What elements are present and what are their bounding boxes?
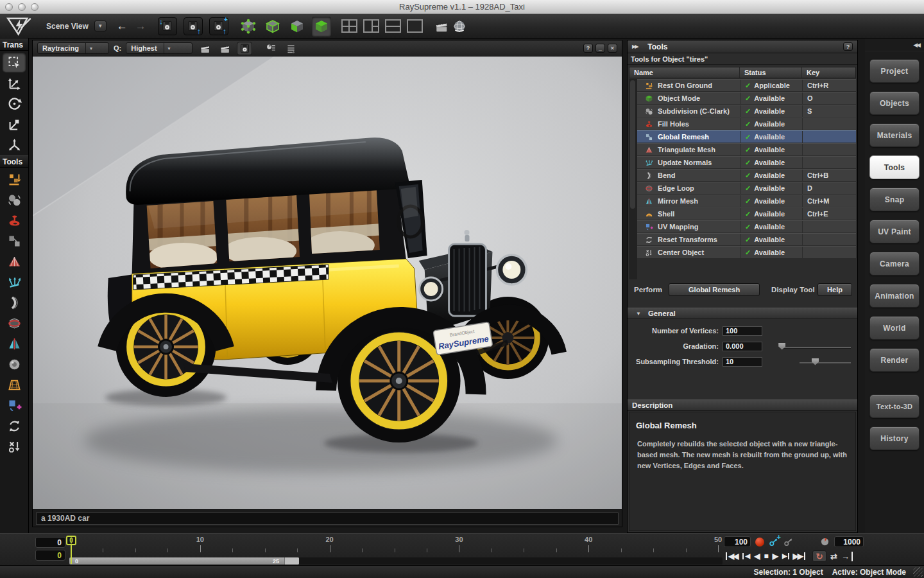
tool-row-bend[interactable]: Bend✓AvailableCtrl+B	[637, 169, 856, 181]
save-render-button[interactable]	[237, 42, 252, 55]
scene-view-dropdown[interactable]: ▼	[94, 21, 107, 31]
viewport-minimize-button[interactable]: _	[595, 44, 605, 53]
rotate-tool[interactable]	[3, 94, 26, 113]
rest-on-ground-tool[interactable]	[3, 170, 26, 189]
timeline-ruler[interactable]: 1020304050	[69, 535, 724, 557]
history-back-button[interactable]: ←	[117, 20, 128, 33]
column-status[interactable]: Status	[739, 67, 801, 78]
timeline-range-track[interactable]: 0 25	[69, 557, 723, 565]
playhead[interactable]: 0	[66, 536, 76, 545]
add-keyframe-button[interactable]	[769, 537, 779, 547]
play-once-to-end-button[interactable]: →	[841, 552, 853, 561]
ping-pong-playback-button[interactable]: ⇄	[830, 552, 837, 561]
stop-button[interactable]: ■	[764, 552, 768, 560]
uv-unwrap-tool[interactable]	[3, 375, 26, 394]
layout-single-button[interactable]	[407, 19, 423, 33]
collapse-sidebar-button[interactable]: ◀◀	[865, 39, 924, 51]
edge-mode-button[interactable]	[263, 17, 282, 36]
previous-frame-button[interactable]: ◀	[742, 553, 750, 559]
tool-row-object-mode[interactable]: Object Mode✓AvailableO	[637, 92, 856, 104]
general-section-header[interactable]: ▼ General	[628, 308, 857, 319]
layout-main-side-button[interactable]	[363, 19, 379, 33]
viewport-help-button[interactable]: ?	[583, 44, 593, 53]
panel-tab-world[interactable]: World	[869, 316, 920, 340]
scale-tool[interactable]	[3, 114, 26, 134]
face-mode-button[interactable]	[287, 17, 307, 36]
mirror-mesh-tool[interactable]	[3, 334, 26, 353]
tool-row-rest-on-ground[interactable]: Rest On Ground✓ApplicableCtrl+R	[637, 79, 856, 91]
display-tool-label[interactable]: Display Tool	[771, 286, 815, 293]
uv-mapping-tool[interactable]	[3, 396, 26, 415]
render-animation-button[interactable]	[217, 42, 232, 55]
gradation-slider[interactable]	[780, 342, 851, 351]
export-add-object-button[interactable]: + ↑	[209, 17, 228, 35]
panel-tab-text-to-3d[interactable]: Text-to-3D	[869, 394, 920, 418]
panel-tab-tools[interactable]: Tools	[869, 155, 920, 179]
subsampling-threshold-input[interactable]	[723, 357, 762, 367]
tool-row-global-remesh[interactable]: Global Remesh✓Available	[637, 130, 856, 143]
gradation-input[interactable]	[723, 342, 762, 351]
axis-tool[interactable]	[3, 135, 26, 154]
render-layers-button[interactable]	[283, 42, 298, 55]
history-forward-button[interactable]: →	[135, 20, 146, 33]
update-normals-tool[interactable]	[3, 272, 26, 292]
perform-button[interactable]: Global Remesh	[669, 283, 760, 296]
tool-row-subdivision-c-clark[interactable]: Subdivision (C-Clark)✓AvailableS	[637, 105, 856, 117]
column-name[interactable]: Name	[629, 67, 739, 78]
keyframe-options-button[interactable]	[783, 537, 794, 547]
render-mode-select[interactable]: Raytracing ▼	[37, 42, 109, 54]
subdivision-tool[interactable]	[3, 190, 26, 209]
tool-row-edge-loop[interactable]: Edge Loop✓AvailableD	[637, 182, 856, 194]
triangulate-mesh-tool[interactable]	[3, 252, 26, 271]
layout-two-rows-button[interactable]	[385, 19, 401, 33]
edge-loop-tool[interactable]	[3, 313, 26, 333]
reset-transforms-tool[interactable]	[3, 416, 26, 435]
jump-to-end-button[interactable]: ▶▶	[793, 552, 805, 560]
panel-tab-materials[interactable]: Materials	[869, 123, 920, 147]
layout-quad-button[interactable]	[341, 19, 357, 33]
keyframe-count-field[interactable]	[724, 536, 751, 547]
tool-row-uv-mapping[interactable]: UV Mapping✓Available	[637, 220, 856, 232]
fill-holes-tool[interactable]	[3, 211, 26, 230]
vertex-mode-button[interactable]	[239, 17, 258, 36]
subsampling-threshold-slider[interactable]	[800, 357, 851, 367]
object-mode-button[interactable]	[312, 17, 331, 36]
viewport-close-button[interactable]: ×	[608, 44, 617, 53]
loop-playback-button[interactable]: ↻	[812, 550, 826, 562]
tool-row-triangulate-mesh[interactable]: Triangulate Mesh✓Available	[637, 143, 856, 155]
next-frame-button[interactable]: ▶	[782, 553, 789, 559]
render-image-button[interactable]	[197, 42, 212, 55]
timeline-range-bar[interactable]: 0 25	[69, 557, 299, 565]
resize-grip[interactable]	[913, 567, 923, 577]
description-section-header[interactable]: Description	[628, 399, 857, 411]
global-remesh-tool[interactable]	[3, 231, 26, 250]
tool-row-mirror-mesh[interactable]: Mirror Mesh✓AvailableCtrl+M	[637, 195, 856, 207]
panel-tab-history[interactable]: History	[869, 426, 920, 450]
panel-tab-project[interactable]: Project	[869, 59, 920, 83]
render-canvas[interactable]: BrandObject RaySupreme	[33, 57, 622, 509]
jump-to-start-button[interactable]: ◀◀	[726, 552, 739, 560]
tools-help-button[interactable]: ?	[843, 42, 853, 51]
panel-tab-snap[interactable]: Snap	[869, 188, 920, 211]
panel-tab-uv-paint[interactable]: UV Paint	[869, 220, 920, 243]
tool-row-reset-transforms[interactable]: Reset Transforms✓Available	[637, 233, 856, 245]
panel-tab-render[interactable]: Render	[869, 348, 920, 372]
column-key[interactable]: Key	[801, 67, 855, 78]
tool-row-update-normals[interactable]: Update Normals✓Available	[637, 156, 856, 168]
tool-row-shell[interactable]: Shell✓AvailableCtrl+E	[637, 207, 856, 220]
prompt-input[interactable]	[36, 512, 619, 525]
render-stats-button[interactable]	[263, 42, 278, 55]
bend-tool[interactable]	[3, 293, 26, 312]
play-reverse-button[interactable]: ◀	[754, 552, 760, 560]
record-button[interactable]	[755, 538, 764, 547]
slider-thumb[interactable]	[778, 343, 785, 350]
select-tool[interactable]	[3, 53, 26, 72]
end-frame-field[interactable]	[834, 536, 864, 547]
help-button[interactable]: Help	[817, 283, 852, 296]
play-button[interactable]: ▶	[773, 552, 778, 560]
panel-tab-camera[interactable]: Camera	[869, 252, 920, 276]
render-clapper-button[interactable]	[433, 19, 450, 34]
slider-thumb[interactable]	[812, 358, 819, 365]
export-object-button[interactable]: ↑	[184, 17, 203, 35]
timeline-current-field[interactable]	[35, 550, 65, 561]
